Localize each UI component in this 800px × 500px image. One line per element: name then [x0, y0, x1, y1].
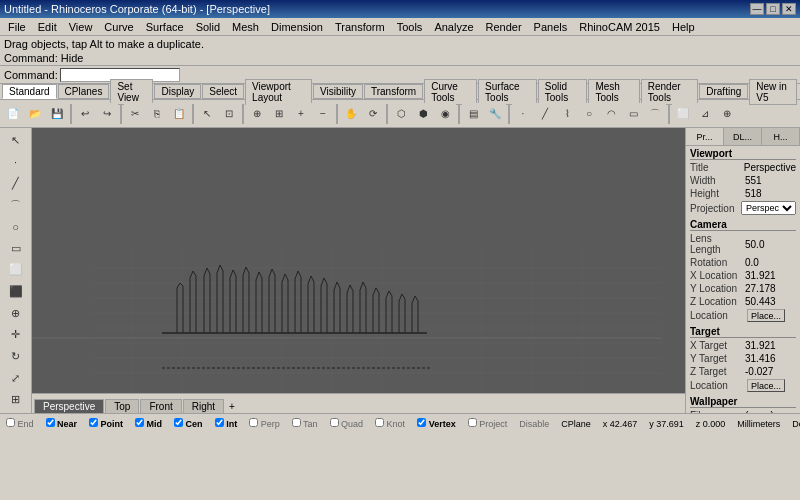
- redo-icon[interactable]: ↪: [96, 103, 118, 125]
- snap-cen[interactable]: Cen: [170, 417, 207, 430]
- layer-icon[interactable]: ▤: [462, 103, 484, 125]
- tab-transform[interactable]: Transform: [364, 84, 423, 99]
- lt-surface[interactable]: ⬜: [3, 260, 29, 281]
- menu-edit[interactable]: Edit: [32, 20, 63, 34]
- arc-icon[interactable]: ◠: [600, 103, 622, 125]
- viewport[interactable]: Perspective ▾: [32, 128, 685, 393]
- curve-icon[interactable]: ⌒: [644, 103, 666, 125]
- lt-rotate[interactable]: ↻: [3, 346, 29, 367]
- minimize-button[interactable]: —: [750, 3, 764, 15]
- circle-icon[interactable]: ○: [578, 103, 600, 125]
- snap-near[interactable]: Near: [42, 417, 82, 430]
- extrude-icon[interactable]: ⬜: [672, 103, 694, 125]
- menu-tools[interactable]: Tools: [391, 20, 429, 34]
- view-tab-right[interactable]: Right: [183, 399, 224, 413]
- menu-dimension[interactable]: Dimension: [265, 20, 329, 34]
- copy-icon[interactable]: ⎘: [146, 103, 168, 125]
- snap-quad[interactable]: Quad: [326, 417, 368, 430]
- zoom-ext-icon[interactable]: ⊕: [246, 103, 268, 125]
- menu-analyze[interactable]: Analyze: [428, 20, 479, 34]
- properties-icon[interactable]: 🔧: [484, 103, 506, 125]
- cut-icon[interactable]: ✂: [124, 103, 146, 125]
- boolean-icon[interactable]: ⊕: [716, 103, 738, 125]
- menu-help[interactable]: Help: [666, 20, 701, 34]
- lt-curve[interactable]: ⌒: [3, 195, 29, 216]
- view-tab-perspective[interactable]: Perspective: [34, 399, 104, 413]
- snap-point[interactable]: Point: [85, 417, 127, 430]
- save-icon[interactable]: 💾: [46, 103, 68, 125]
- line-icon[interactable]: ╱: [534, 103, 556, 125]
- menu-surface[interactable]: Surface: [140, 20, 190, 34]
- select-icon[interactable]: ↖: [196, 103, 218, 125]
- tab-select[interactable]: Select: [202, 84, 244, 99]
- tab-drafting[interactable]: Drafting: [699, 84, 748, 99]
- snap-end[interactable]: End: [2, 417, 38, 430]
- snap-mid-check[interactable]: [135, 418, 144, 427]
- snap-int[interactable]: Int: [211, 417, 242, 430]
- tab-render-tools[interactable]: Render Tools: [641, 79, 698, 105]
- snap-perp[interactable]: Perp: [245, 417, 284, 430]
- snap-perp-check[interactable]: [249, 418, 258, 427]
- lt-select[interactable]: ↖: [3, 130, 29, 151]
- tab-new-v5[interactable]: New in V5: [749, 79, 797, 105]
- rp-tab-display[interactable]: DL...: [724, 128, 762, 145]
- rotate-icon[interactable]: ⟳: [362, 103, 384, 125]
- menu-file[interactable]: File: [2, 20, 32, 34]
- lt-line[interactable]: ╱: [3, 173, 29, 194]
- rendered-icon[interactable]: ◉: [434, 103, 456, 125]
- menu-mesh[interactable]: Mesh: [226, 20, 265, 34]
- snap-vertex[interactable]: Vertex: [413, 417, 460, 430]
- lt-rectangle[interactable]: ▭: [3, 238, 29, 259]
- rectangle-icon[interactable]: ▭: [622, 103, 644, 125]
- menu-solid[interactable]: Solid: [190, 20, 226, 34]
- menu-panels[interactable]: Panels: [528, 20, 574, 34]
- tab-standard[interactable]: Standard: [2, 84, 57, 99]
- snap-knot-check[interactable]: [375, 418, 384, 427]
- snap-knot[interactable]: Knot: [371, 417, 409, 430]
- tab-curve-tools[interactable]: Curve Tools: [424, 79, 477, 105]
- tab-surface-tools[interactable]: Surface Tools: [478, 79, 537, 105]
- view-tab-add[interactable]: +: [225, 400, 239, 413]
- menu-transform[interactable]: Transform: [329, 20, 391, 34]
- rp-projection-select[interactable]: Perspective: [741, 201, 796, 215]
- menu-view[interactable]: View: [63, 20, 99, 34]
- lt-extrude[interactable]: ⬛: [3, 281, 29, 302]
- snap-tan-check[interactable]: [292, 418, 301, 427]
- tab-cplanes[interactable]: CPlanes: [58, 84, 110, 99]
- zoom-sel-icon[interactable]: ⊞: [268, 103, 290, 125]
- snap-disable[interactable]: Disable: [515, 418, 553, 430]
- rp-tgt-place-button[interactable]: Place...: [747, 379, 785, 392]
- menu-curve[interactable]: Curve: [98, 20, 139, 34]
- tab-viewport-layout[interactable]: Viewport Layout: [245, 79, 312, 105]
- snap-mid[interactable]: Mid: [131, 417, 166, 430]
- lt-circle[interactable]: ○: [3, 216, 29, 237]
- shaded-icon[interactable]: ⬢: [412, 103, 434, 125]
- window-controls[interactable]: — □ ✕: [750, 3, 796, 15]
- new-icon[interactable]: 📄: [2, 103, 24, 125]
- snap-project-check[interactable]: [468, 418, 477, 427]
- snap-quad-check[interactable]: [330, 418, 339, 427]
- snap-end-check[interactable]: [6, 418, 15, 427]
- menu-render[interactable]: Render: [480, 20, 528, 34]
- lt-point[interactable]: ·: [3, 152, 29, 173]
- view-tab-front[interactable]: Front: [140, 399, 181, 413]
- open-icon[interactable]: 📂: [24, 103, 46, 125]
- snap-point-check[interactable]: [89, 418, 98, 427]
- lt-scale[interactable]: ⤢: [3, 368, 29, 389]
- paste-icon[interactable]: 📋: [168, 103, 190, 125]
- menu-rhinocam[interactable]: RhinoCAM 2015: [573, 20, 666, 34]
- rp-cam-place-button[interactable]: Place...: [747, 309, 785, 322]
- polyline-icon[interactable]: ⌇: [556, 103, 578, 125]
- wireframe-icon[interactable]: ⬡: [390, 103, 412, 125]
- lt-boolean[interactable]: ⊕: [3, 303, 29, 324]
- tab-mesh-tools[interactable]: Mesh Tools: [588, 79, 639, 105]
- lt-snap[interactable]: ⊞: [3, 389, 29, 410]
- lt-move[interactable]: ✛: [3, 324, 29, 345]
- tab-setview[interactable]: Set View: [110, 79, 153, 105]
- view-tab-top[interactable]: Top: [105, 399, 139, 413]
- rp-tab-help[interactable]: H...: [762, 128, 800, 145]
- maximize-button[interactable]: □: [766, 3, 780, 15]
- zoom-out-icon[interactable]: −: [312, 103, 334, 125]
- loft-icon[interactable]: ⊿: [694, 103, 716, 125]
- snap-tan[interactable]: Tan: [288, 417, 322, 430]
